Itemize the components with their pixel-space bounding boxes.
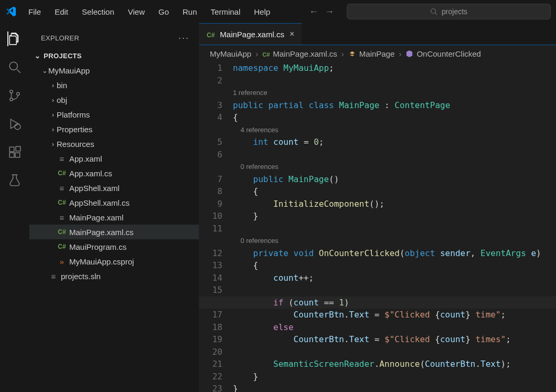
tree-label: obj bbox=[57, 96, 67, 104]
tree-label: App.xaml bbox=[69, 154, 102, 163]
svg-point-6 bbox=[17, 92, 19, 95]
chevron-down-icon: ⌄ bbox=[41, 67, 48, 75]
tree-file[interactable]: C#MauiProgram.cs bbox=[29, 239, 199, 254]
menu-edit[interactable]: Edit bbox=[48, 4, 74, 19]
tree-label: App.xaml.cs bbox=[69, 169, 112, 178]
chevron-right-icon: › bbox=[49, 111, 57, 119]
chevron-right-icon: › bbox=[49, 125, 57, 133]
tree-file[interactable]: ≡AppShell.xaml bbox=[29, 181, 199, 195]
nav-back-icon[interactable]: ← bbox=[309, 6, 318, 17]
explorer-section-label: PROJECTS bbox=[44, 52, 81, 60]
breadcrumb-segment[interactable]: MyMauiApp bbox=[210, 49, 251, 58]
tree-file[interactable]: ≡MainPage.xaml bbox=[29, 210, 199, 225]
tree-folder[interactable]: ›Resources bbox=[29, 136, 199, 151]
search-placeholder: projects bbox=[442, 7, 467, 16]
xaml-file-icon: ≡ bbox=[57, 184, 67, 193]
menu-file[interactable]: File bbox=[22, 4, 47, 19]
tree-file[interactable]: C#App.xaml.cs bbox=[29, 166, 199, 181]
tree-file[interactable]: C#AppShell.xaml.cs bbox=[29, 195, 199, 210]
tree-label: AppShell.xaml bbox=[69, 184, 120, 193]
tree-file[interactable]: »MyMauiApp.csproj bbox=[29, 254, 199, 269]
codelens[interactable]: 1 reference bbox=[233, 87, 556, 99]
csharp-file-icon: C# bbox=[57, 199, 67, 206]
csharp-file-icon: C# bbox=[57, 243, 67, 250]
line-number-gutter: 1 2 3 4 5 6 7 8 9 10 11 12 13 14 15 16 bbox=[199, 62, 233, 392]
csharp-file-icon: C# bbox=[57, 169, 67, 177]
svg-rect-8 bbox=[9, 147, 14, 152]
svg-point-2 bbox=[9, 62, 17, 70]
explorer-section[interactable]: ⌄ PROJECTS bbox=[29, 49, 199, 63]
close-icon[interactable]: × bbox=[290, 29, 294, 39]
chevron-right-icon: › bbox=[49, 140, 57, 148]
tree-folder-root[interactable]: ⌄ MyMauiApp bbox=[29, 63, 199, 78]
csproj-file-icon: » bbox=[57, 257, 67, 266]
tree-file-active[interactable]: C#MainPage.xaml.cs bbox=[29, 225, 199, 239]
vscode-logo-icon bbox=[5, 6, 17, 17]
tree-label: Properties bbox=[57, 125, 92, 134]
breadcrumb-segment[interactable]: MainPage bbox=[359, 49, 395, 58]
menu-help[interactable]: Help bbox=[248, 4, 276, 19]
command-center-search[interactable]: projects bbox=[347, 4, 551, 19]
svg-rect-11 bbox=[16, 146, 20, 151]
tree-label: MainPage.xaml.cs bbox=[69, 228, 134, 237]
activity-testing-icon[interactable] bbox=[7, 173, 22, 188]
method-icon bbox=[405, 50, 413, 58]
tab-label: MainPage.xaml.cs bbox=[220, 30, 284, 39]
nav-forward-icon[interactable]: → bbox=[325, 6, 334, 17]
breadcrumbs[interactable]: MyMauiApp › C#MainPage.xaml.cs › MainPag… bbox=[199, 45, 556, 62]
menu-selection[interactable]: Selection bbox=[76, 4, 121, 19]
menu-terminal[interactable]: Terminal bbox=[205, 4, 247, 19]
activity-debug-icon[interactable] bbox=[7, 116, 22, 131]
tree-file[interactable]: ≡projects.sln bbox=[29, 269, 199, 283]
csharp-file-icon: C# bbox=[207, 30, 215, 39]
csharp-file-icon: C# bbox=[57, 228, 67, 236]
chevron-right-icon: › bbox=[49, 81, 57, 89]
codelens[interactable]: 0 references bbox=[233, 161, 556, 173]
tree-folder[interactable]: ›Platforms bbox=[29, 107, 199, 122]
activity-explorer-icon[interactable] bbox=[7, 31, 22, 46]
tree-label: MyMauiApp bbox=[48, 66, 90, 75]
tree-folder[interactable]: ›Properties bbox=[29, 122, 199, 136]
editor-tabbar: C# MainPage.xaml.cs × bbox=[199, 23, 556, 45]
title-bar: File Edit Selection View Go Run Terminal… bbox=[0, 0, 556, 23]
menu-view[interactable]: View bbox=[122, 4, 151, 19]
class-icon bbox=[348, 50, 356, 58]
search-icon bbox=[430, 8, 437, 15]
svg-line-3 bbox=[17, 69, 20, 73]
tree-label: Platforms bbox=[57, 110, 90, 119]
breadcrumb-segment[interactable]: OnCounterClicked bbox=[416, 49, 481, 58]
activity-extensions-icon[interactable] bbox=[7, 145, 22, 160]
csharp-file-icon: C# bbox=[262, 49, 270, 58]
svg-line-1 bbox=[435, 13, 437, 15]
activity-scm-icon[interactable] bbox=[7, 88, 22, 103]
menu-run[interactable]: Run bbox=[176, 4, 204, 19]
breadcrumb-segment[interactable]: MainPage.xaml.cs bbox=[273, 49, 337, 58]
codelens[interactable]: 4 references bbox=[233, 124, 556, 136]
menu-go[interactable]: Go bbox=[152, 4, 175, 19]
tree-label: MainPage.xaml bbox=[69, 213, 123, 222]
code-editor[interactable]: 1 2 3 4 5 6 7 8 9 10 11 12 13 14 15 16 bbox=[199, 62, 556, 392]
xaml-file-icon: ≡ bbox=[57, 213, 67, 222]
codelens[interactable]: 0 references bbox=[233, 235, 556, 247]
tree-label: Resources bbox=[57, 140, 94, 149]
editor-pane: C# MainPage.xaml.cs × MyMauiApp › C#Main… bbox=[199, 23, 556, 392]
tree-label: AppShell.xaml.cs bbox=[69, 198, 130, 207]
sln-file-icon: ≡ bbox=[48, 272, 59, 281]
editor-tab-active[interactable]: C# MainPage.xaml.cs × bbox=[199, 23, 302, 45]
xaml-file-icon: ≡ bbox=[57, 154, 67, 163]
chevron-right-icon: › bbox=[49, 96, 57, 104]
nav-arrows: ← → bbox=[309, 6, 334, 17]
code-content[interactable]: namespace MyMauiApp; 1 reference public … bbox=[233, 62, 556, 392]
tree-label: MyMauiApp.csproj bbox=[69, 257, 134, 266]
explorer-more-icon[interactable]: ··· bbox=[178, 33, 189, 44]
explorer-title: EXPLORER bbox=[41, 34, 79, 42]
file-tree: ⌄ MyMauiApp ›bin ›obj ›Platforms ›Proper… bbox=[29, 63, 199, 283]
svg-point-0 bbox=[431, 9, 436, 14]
svg-point-4 bbox=[10, 90, 13, 93]
activity-bar bbox=[0, 23, 29, 392]
tree-folder[interactable]: ›bin bbox=[29, 78, 199, 92]
svg-point-5 bbox=[10, 98, 13, 101]
activity-search-icon[interactable] bbox=[7, 60, 22, 75]
tree-file[interactable]: ≡App.xaml bbox=[29, 151, 199, 166]
tree-folder[interactable]: ›obj bbox=[29, 92, 199, 107]
